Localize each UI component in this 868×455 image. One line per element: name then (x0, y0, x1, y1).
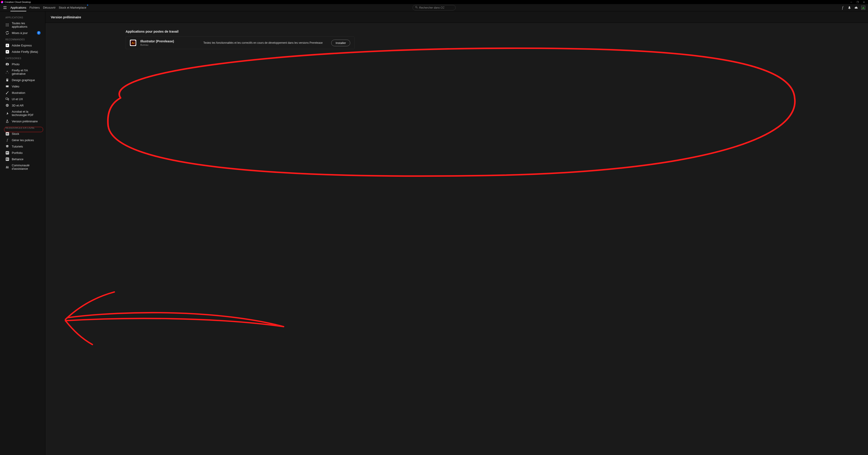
sidebar-item-communaute-d-assistance[interactable]: Communauté d'assistance (0, 162, 45, 172)
sidebar-item-label: Photo (12, 63, 20, 66)
sidebar-item-3d-et-ar[interactable]: 3D et AR (0, 102, 45, 108)
app-icon-illustrator: Ai (130, 40, 136, 46)
sidebar-section-header: APPLICATIONS (0, 14, 45, 20)
nav-tab-label: Découvrir (43, 6, 56, 9)
search-icon (415, 6, 418, 9)
sidebar-item-label: Firefly et l'IA générative (12, 69, 40, 75)
sidebar-item-adobe-firefly-beta[interactable]: AAdobe Firefly (Beta) (0, 48, 45, 55)
sidebar-item-adobe-express[interactable]: AAdobe Express (0, 42, 45, 48)
font-icon: f (5, 138, 9, 142)
sidebar-item-label: Adobe Express (12, 44, 32, 47)
sidebar-item-acrobat-et-la-technologie-pdf[interactable]: Acrobat et la technologie PDF (0, 108, 45, 118)
search-box[interactable] (412, 5, 456, 10)
sidebar-item-label: Toutes les applications (12, 22, 40, 28)
nav-tab-decouvrir[interactable]: Découvrir (43, 4, 56, 11)
globe3d-icon (5, 103, 9, 107)
sidebar-item-label: Behance (12, 158, 23, 161)
sidebar-item-tutoriels[interactable]: Tutoriels (0, 143, 45, 150)
palette-icon (5, 78, 9, 82)
portfolio-icon: Pf (5, 151, 9, 155)
sidebar-item-label: Tutoriels (12, 145, 23, 148)
app-platform-label: Bureau (140, 43, 199, 46)
sidebar-item-label: 3D et AR (12, 104, 24, 107)
svg-rect-20 (6, 86, 6, 87)
svg-rect-15 (7, 63, 7, 63)
cloud-sync-icon[interactable] (855, 6, 858, 9)
main-content: Version préliminaire Applications pour p… (45, 11, 868, 455)
devices-icon (5, 97, 9, 101)
camera-icon (5, 62, 9, 66)
app-card: AiIllustrator (Prerelease)BureauTestez l… (126, 36, 354, 49)
app-name: Illustrator (Prerelease) (140, 39, 199, 43)
sidebar-item-design-graphique[interactable]: Design graphique (0, 77, 45, 83)
sidebar-item-stock[interactable]: stStock (0, 131, 45, 137)
window-titlebar: Creative Cloud Desktop ─ ❐ ✕ (0, 0, 868, 4)
app-description: Testez les fonctionnalités et les correc… (203, 41, 327, 44)
stock-icon: st (5, 132, 9, 135)
window-close-button[interactable]: ✕ (861, 0, 867, 4)
svg-rect-23 (8, 99, 9, 100)
sidebar-item-label: Version préliminaire (12, 120, 38, 123)
sidebar-item-photo[interactable]: Photo (0, 61, 45, 67)
sidebar-item-portfolio[interactable]: PfPortfolio (0, 150, 45, 156)
app-meta: Illustrator (Prerelease)Bureau (140, 39, 199, 46)
svg-point-12 (8, 26, 9, 27)
svg-point-4 (6, 24, 7, 24)
sidebar-item-toutes-les-applications[interactable]: Toutes les applications (0, 20, 45, 30)
update-dot-icon (87, 4, 88, 6)
firefly-icon: A (5, 50, 9, 54)
sidebar-item-ui-et-ux[interactable]: UI et UX (0, 96, 45, 102)
sidebar-item-video[interactable]: Vidéo (0, 83, 45, 90)
sidebar-item-firefly-et-l-ia-generative[interactable]: Firefly et l'IA générative (0, 67, 45, 77)
svg-point-11 (7, 26, 8, 27)
notification-bell-icon[interactable] (847, 6, 851, 9)
window-minimize-button[interactable]: ─ (848, 0, 855, 4)
grad-icon (5, 144, 9, 148)
sidebar-item-label: UI et UX (12, 97, 23, 101)
svg-rect-21 (8, 86, 9, 87)
nav-tab-applications[interactable]: Applications (10, 4, 26, 11)
grid-icon (5, 23, 9, 27)
nav-tabs: ApplicationsFichiersDécouvrirStock et Ma… (10, 4, 86, 11)
sidebar-section-header: RESSOURCES EN LIGNE (0, 124, 45, 131)
sidebar-item-label: Adobe Firefly (Beta) (12, 50, 38, 54)
svg-point-10 (6, 26, 7, 27)
sidebar-section-header: RECOMMANDÉS (0, 36, 45, 42)
search-input[interactable] (419, 6, 454, 9)
window-maximize-button[interactable]: ❐ (855, 0, 861, 4)
sidebar-item-label: Gérer les polices (12, 138, 34, 142)
acrobat-icon (5, 111, 9, 115)
user-avatar[interactable] (861, 6, 865, 10)
express-icon: A (5, 43, 9, 47)
behance-icon: Bē (5, 157, 9, 161)
sidebar-item-label: Communauté d'assistance (12, 164, 40, 170)
sidebar-item-label: Stock (12, 132, 19, 135)
install-button[interactable]: Installer (331, 40, 350, 46)
nav-tab-fichiers[interactable]: Fichiers (29, 4, 40, 11)
sidebar-section-header: CATÉGORIES (0, 55, 45, 61)
sidebar-item-label: Illustration (12, 91, 25, 95)
refresh-icon (5, 31, 9, 35)
sidebar-item-illustration[interactable]: Illustration (0, 90, 45, 96)
sidebar-item-label: Portfolio (12, 151, 23, 155)
sidebar-item-label: Acrobat et la technologie PDF (12, 110, 40, 117)
fonts-icon[interactable]: f (841, 6, 844, 9)
svg-point-6 (8, 24, 9, 24)
window-title: Creative Cloud Desktop (4, 1, 31, 3)
svg-point-5 (7, 24, 8, 24)
update-count-badge: 7 (37, 31, 40, 35)
brush-icon (5, 91, 9, 95)
svg-rect-18 (7, 79, 8, 80)
sparkle-icon (5, 70, 9, 74)
hamburger-menu-button[interactable] (3, 5, 7, 10)
sidebar-item-behance[interactable]: BēBehance (0, 156, 45, 162)
video-icon (5, 85, 9, 88)
svg-line-1 (417, 8, 417, 8)
sidebar-item-label: Design graphique (12, 78, 35, 82)
sidebar-item-gerer-les-polices[interactable]: fGérer les polices (0, 137, 45, 143)
sidebar-item-mises-a-jour[interactable]: Mises à jour7 (0, 30, 45, 36)
sidebar-item-version-preliminaire[interactable]: Version préliminaire (0, 118, 45, 124)
svg-rect-22 (6, 98, 8, 99)
svg-point-14 (7, 64, 8, 65)
nav-tab-stock[interactable]: Stock et Marketplace (59, 4, 86, 11)
